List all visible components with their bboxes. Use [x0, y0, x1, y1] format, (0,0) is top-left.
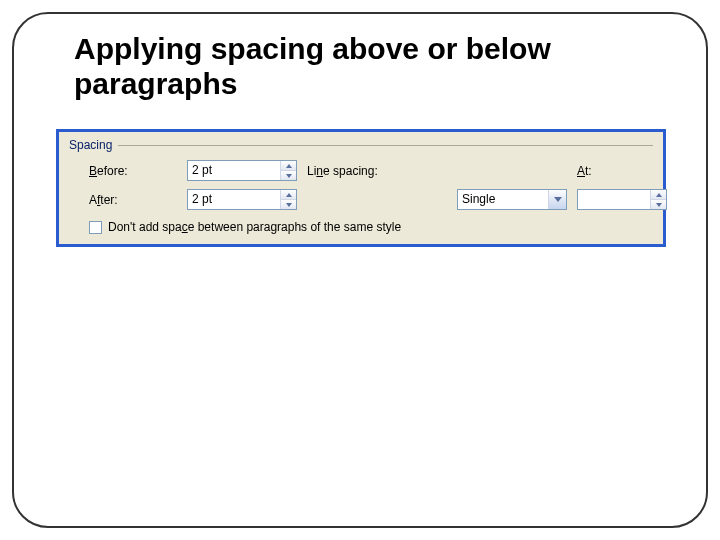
- page-title: Applying spacing above or below paragrap…: [74, 32, 678, 101]
- at-spin-down[interactable]: [651, 200, 666, 209]
- line-spacing-value: Single: [458, 190, 548, 209]
- after-spin-up[interactable]: [281, 190, 296, 200]
- spacing-grid: Before: 2 pt Line spacing: At:: [59, 154, 663, 214]
- spacing-group-label: Spacing: [69, 138, 112, 152]
- chevron-down-icon: [286, 203, 292, 207]
- before-label: Before:: [89, 164, 177, 178]
- at-spin-up[interactable]: [651, 190, 666, 200]
- chevron-down-icon: [656, 203, 662, 207]
- slide-frame: Applying spacing above or below paragrap…: [12, 12, 708, 528]
- line-spacing-label: Line spacing:: [307, 164, 447, 178]
- before-input[interactable]: 2 pt: [187, 160, 297, 181]
- divider: [118, 145, 653, 146]
- spacing-panel: Spacing Before: 2 pt Line spacing:: [56, 129, 666, 247]
- before-value: 2 pt: [188, 161, 280, 180]
- chevron-up-icon: [656, 193, 662, 197]
- chevron-up-icon: [286, 164, 292, 168]
- at-input[interactable]: [577, 189, 667, 210]
- spacing-group-header: Spacing: [59, 132, 663, 154]
- at-label: At:: [577, 164, 667, 178]
- chevron-down-icon: [286, 174, 292, 178]
- at-spinner: [650, 190, 666, 209]
- after-label: After:: [89, 193, 177, 207]
- spacing-panel-container: Spacing Before: 2 pt Line spacing:: [56, 129, 678, 247]
- line-spacing-select[interactable]: Single: [457, 189, 567, 210]
- after-input[interactable]: 2 pt: [187, 189, 297, 210]
- same-style-checkbox[interactable]: [89, 221, 102, 234]
- chevron-down-icon: [554, 197, 562, 202]
- same-style-checkbox-row: Don't add space between paragraphs of th…: [59, 214, 663, 244]
- after-spinner: [280, 190, 296, 209]
- same-style-checkbox-label: Don't add space between paragraphs of th…: [108, 220, 401, 234]
- line-spacing-dropdown-button[interactable]: [548, 190, 566, 209]
- at-value: [578, 190, 650, 209]
- after-spin-down[interactable]: [281, 200, 296, 209]
- before-spin-up[interactable]: [281, 161, 296, 171]
- after-value: 2 pt: [188, 190, 280, 209]
- before-spin-down[interactable]: [281, 171, 296, 180]
- before-spinner: [280, 161, 296, 180]
- chevron-up-icon: [286, 193, 292, 197]
